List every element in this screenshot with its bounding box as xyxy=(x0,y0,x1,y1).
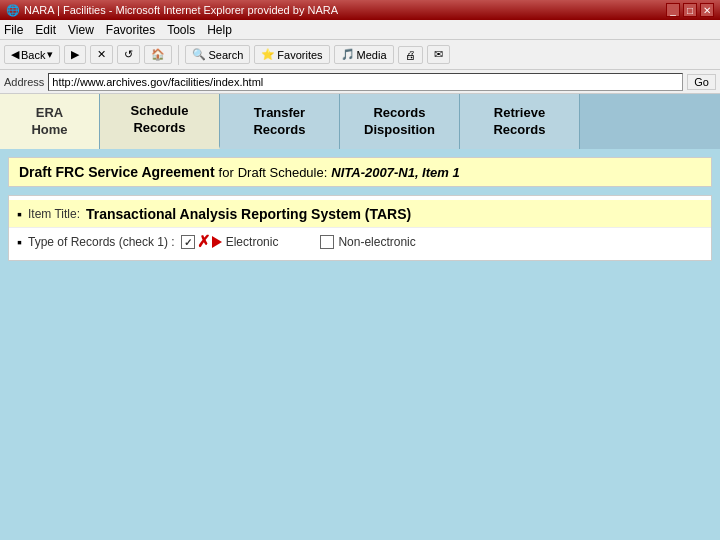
title-bar: 🌐 NARA | Facilities - Microsoft Internet… xyxy=(0,0,720,20)
tab-schedule-records[interactable]: Schedule Records xyxy=(100,94,220,149)
menu-edit[interactable]: Edit xyxy=(35,23,56,37)
main-container: 🌐 NARA | Facilities - Microsoft Internet… xyxy=(0,0,720,540)
draft-title: Draft FRC Service Agreement xyxy=(19,164,215,180)
draft-for-label: for xyxy=(219,165,234,180)
non-electronic-checkbox[interactable] xyxy=(320,235,334,249)
back-dropdown-icon: ▾ xyxy=(47,48,53,61)
title-bar-left: 🌐 NARA | Facilities - Microsoft Internet… xyxy=(6,4,338,17)
non-electronic-label: Non-electronic xyxy=(338,235,415,249)
media-button[interactable]: 🎵 Media xyxy=(334,45,394,64)
menu-help[interactable]: Help xyxy=(207,23,232,37)
electronic-label: Electronic xyxy=(226,235,279,249)
tab-records-disposition-line2: Disposition xyxy=(364,122,435,139)
x-cursor: ✗ xyxy=(197,234,210,250)
window-title: NARA | Facilities - Microsoft Internet E… xyxy=(24,4,338,16)
refresh-icon: ↺ xyxy=(124,48,133,61)
type-label: Type of Records (check 1) : xyxy=(28,235,175,249)
address-input[interactable] xyxy=(48,73,683,91)
draft-schedule-id: NITA-2007-N1, Item 1 xyxy=(331,165,459,180)
tab-schedule-records-line1: Schedule xyxy=(131,103,189,120)
print-button[interactable]: 🖨 xyxy=(398,46,423,64)
tab-records-disposition[interactable]: Records Disposition xyxy=(340,94,460,149)
minimize-button[interactable]: _ xyxy=(666,3,680,17)
favorites-button[interactable]: ⭐ Favorites xyxy=(254,45,329,64)
menu-favorites[interactable]: Favorites xyxy=(106,23,155,37)
search-icon: 🔍 xyxy=(192,48,206,61)
item-title-row: ▪ Item Title: Transactional Analysis Rep… xyxy=(9,200,711,228)
print-icon: 🖨 xyxy=(405,49,416,61)
tab-era-home-line1: ERA xyxy=(31,105,67,122)
maximize-button[interactable]: □ xyxy=(683,3,697,17)
home-button[interactable]: 🏠 xyxy=(144,45,172,64)
tab-transfer-records-line2: Records xyxy=(253,122,305,139)
tab-transfer-records[interactable]: Transfer Records xyxy=(220,94,340,149)
menu-tools[interactable]: Tools xyxy=(167,23,195,37)
stop-icon: ✕ xyxy=(97,48,106,61)
search-button[interactable]: 🔍 Search xyxy=(185,45,250,64)
tab-records-disposition-line1: Records xyxy=(364,105,435,122)
item-title-label: Item Title: xyxy=(28,207,80,221)
tab-schedule-records-line2: Records xyxy=(131,120,189,137)
bullet-2: ▪ xyxy=(17,234,22,250)
refresh-button[interactable]: ↺ xyxy=(117,45,140,64)
tab-era-home[interactable]: ERA Home xyxy=(0,94,100,149)
draft-schedule-label: Draft Schedule: xyxy=(238,165,328,180)
tab-era-home-line2: Home xyxy=(31,122,67,139)
browser-icon: 🌐 xyxy=(6,4,20,17)
back-icon: ◀ xyxy=(11,48,19,61)
bullet-1: ▪ xyxy=(17,206,22,222)
tab-retrieve-records-line1: Retrieve xyxy=(493,105,545,122)
menu-file[interactable]: File xyxy=(4,23,23,37)
menu-bar: File Edit View Favorites Tools Help xyxy=(0,20,720,40)
forward-button[interactable]: ▶ xyxy=(64,45,86,64)
go-button[interactable]: Go xyxy=(687,74,716,90)
tab-retrieve-records[interactable]: Retrieve Records xyxy=(460,94,580,149)
page-body: ERA Home Schedule Records Transfer Recor… xyxy=(0,94,720,540)
stop-button[interactable]: ✕ xyxy=(90,45,113,64)
item-title-value: Transactional Analysis Reporting System … xyxy=(86,206,411,222)
toolbar: ◀ Back ▾ ▶ ✕ ↺ 🏠 🔍 Search ⭐ Favorites 🎵 … xyxy=(0,40,720,70)
email-button[interactable]: ✉ xyxy=(427,45,450,64)
tab-transfer-records-line1: Transfer xyxy=(253,105,305,122)
address-bar: Address Go xyxy=(0,70,720,94)
menu-view[interactable]: View xyxy=(68,23,94,37)
electronic-checkbox[interactable]: ✓ xyxy=(181,235,195,249)
cursor-overlay: ✗ xyxy=(197,234,222,250)
home-icon: 🏠 xyxy=(151,48,165,61)
page-content: Draft FRC Service Agreement for Draft Sc… xyxy=(0,149,720,540)
close-button[interactable]: ✕ xyxy=(700,3,714,17)
forward-icon: ▶ xyxy=(71,48,79,61)
type-of-records-row: ▪ Type of Records (check 1) : ✓ ✗ Electr… xyxy=(9,228,711,256)
tab-retrieve-records-line2: Records xyxy=(493,122,545,139)
favorites-icon: ⭐ xyxy=(261,48,275,61)
draft-header: Draft FRC Service Agreement for Draft Sc… xyxy=(8,157,712,187)
check-mark: ✓ xyxy=(184,237,192,248)
email-icon: ✉ xyxy=(434,48,443,61)
address-label: Address xyxy=(4,76,44,88)
toolbar-separator xyxy=(178,45,179,65)
nav-tabs: ERA Home Schedule Records Transfer Recor… xyxy=(0,94,720,149)
arrow-cursor-icon xyxy=(212,236,222,248)
back-button[interactable]: ◀ Back ▾ xyxy=(4,45,60,64)
media-icon: 🎵 xyxy=(341,48,355,61)
form-area: ▪ Item Title: Transactional Analysis Rep… xyxy=(8,195,712,261)
window-controls: _ □ ✕ xyxy=(666,3,714,17)
